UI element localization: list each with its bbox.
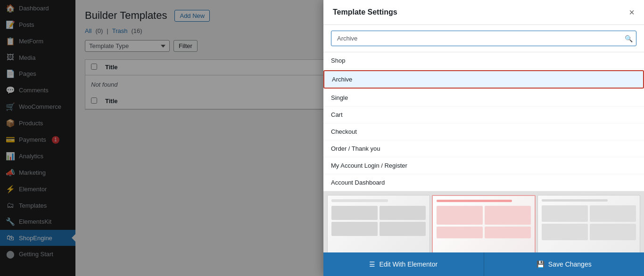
modal-header: Template Settings × xyxy=(323,0,644,25)
template-settings-modal: Template Settings × 🔍 ShopArchiveSingleC… xyxy=(323,0,644,276)
search-icon: 🔍 xyxy=(625,35,633,42)
edit-with-elementor-button[interactable]: ☰ Edit With Elementor xyxy=(323,252,484,276)
dropdown-item-my-account[interactable]: My Account Login / Register xyxy=(323,157,644,174)
modal-overlay: Template Settings × 🔍 ShopArchiveSingleC… xyxy=(0,0,644,276)
dropdown-list: ShopArchiveSingleCartCheckoutOrder / Tha… xyxy=(323,52,644,191)
save-changes-button[interactable]: 💾 Save Changes xyxy=(484,252,644,276)
modal-title: Template Settings xyxy=(333,8,397,16)
save-label: Save Changes xyxy=(548,260,592,268)
edit-icon: ☰ xyxy=(369,260,375,268)
preview-card-3 xyxy=(537,195,640,252)
dropdown-item-checkout[interactable]: Checkout xyxy=(323,123,644,140)
dropdown-item-cart[interactable]: Cart xyxy=(323,106,644,123)
edit-label: Edit With Elementor xyxy=(379,260,438,268)
template-type-search-input[interactable] xyxy=(331,31,636,46)
modal-body: 🔍 ShopArchiveSingleCartCheckoutOrder / T… xyxy=(323,25,644,252)
preview-card-1 xyxy=(327,195,430,252)
templates-preview-area xyxy=(323,191,644,252)
dropdown-item-single[interactable]: Single xyxy=(323,89,644,106)
preview-card-2 xyxy=(432,195,536,252)
dropdown-search-container: 🔍 xyxy=(323,25,644,52)
modal-footer: ☰ Edit With Elementor 💾 Save Changes xyxy=(323,252,644,276)
save-icon: 💾 xyxy=(537,260,545,268)
dropdown-item-shop[interactable]: Shop xyxy=(323,52,644,69)
dropdown-item-account-dashboard[interactable]: Account Dashboard xyxy=(323,174,644,191)
modal-close-button[interactable]: × xyxy=(629,8,635,17)
dropdown-item-order-thank-you[interactable]: Order / Thank you xyxy=(323,140,644,157)
dropdown-item-archive[interactable]: Archive xyxy=(323,70,644,89)
